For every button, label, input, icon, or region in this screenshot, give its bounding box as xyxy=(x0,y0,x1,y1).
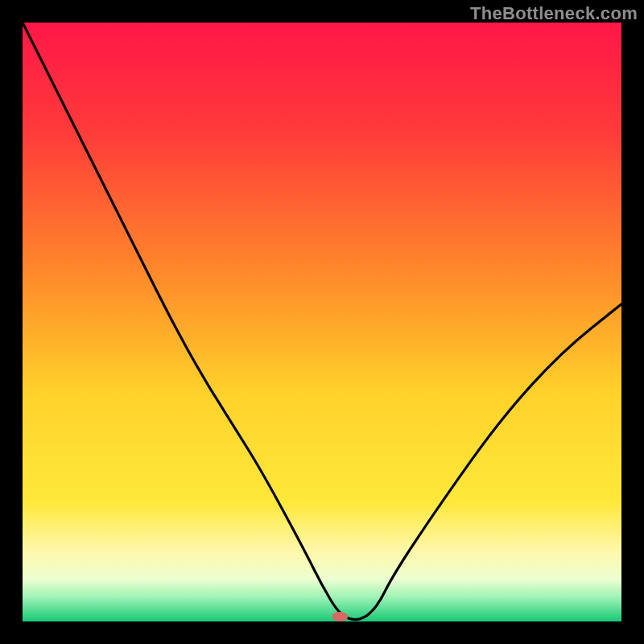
watermark-text: TheBottleneck.com xyxy=(470,3,638,24)
gradient-rect xyxy=(23,23,621,621)
chart-frame: TheBottleneck.com xyxy=(0,0,644,644)
chart-svg xyxy=(23,23,621,621)
plot-area xyxy=(23,23,621,621)
minimum-marker xyxy=(332,612,348,621)
